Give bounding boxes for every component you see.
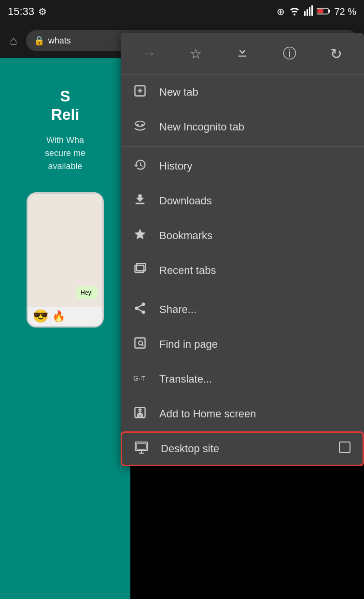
signal-icon xyxy=(304,5,313,18)
svg-rect-6 xyxy=(329,10,330,13)
new-tab-icon xyxy=(132,84,148,101)
svg-line-26 xyxy=(142,344,143,345)
svg-rect-37 xyxy=(137,443,146,449)
find-in-page-label: Find in page xyxy=(159,338,352,351)
svg-text:T: T xyxy=(141,375,145,382)
find-in-page-icon xyxy=(132,336,148,353)
gear-icon: ⚙ xyxy=(38,6,47,17)
menu-item-new-tab[interactable]: New tab xyxy=(121,75,364,110)
menu-item-recent-tabs[interactable]: Recent tabs xyxy=(121,253,364,288)
history-icon xyxy=(132,158,148,175)
svg-rect-2 xyxy=(307,9,308,16)
add-to-home-icon xyxy=(132,406,148,423)
menu-item-share[interactable]: Share... xyxy=(121,292,364,327)
translate-label: Translate... xyxy=(159,373,352,385)
status-bar: 15:33 ⚙ ⊕ xyxy=(0,0,364,23)
fire-icon: 🔥 xyxy=(52,310,65,323)
time-display: 15:33 xyxy=(8,5,34,18)
recent-tabs-label: Recent tabs xyxy=(159,264,352,277)
bookmarks-icon xyxy=(132,228,148,244)
status-icons-area: ⊕ 72 % xyxy=(277,5,356,18)
recent-tabs-icon xyxy=(132,262,148,279)
home-button[interactable]: ⌂ xyxy=(6,29,21,52)
svg-point-19 xyxy=(142,302,145,306)
phone-mockup: Hey! 😎 🔥 xyxy=(27,192,104,328)
phone-bottom-bar: 😎 🔥 xyxy=(28,307,102,326)
menu-item-add-to-home[interactable]: Add to Home screen xyxy=(121,397,364,431)
info-action-icon[interactable]: ⓘ xyxy=(279,41,300,67)
svg-point-15 xyxy=(141,124,144,126)
forward-action-icon[interactable]: → xyxy=(139,42,160,65)
lock-icon: 🔒 xyxy=(34,35,44,46)
svg-point-14 xyxy=(137,124,139,126)
svg-line-23 xyxy=(138,305,142,307)
svg-rect-7 xyxy=(318,9,323,13)
download-action-icon[interactable] xyxy=(232,42,253,66)
svg-rect-4 xyxy=(311,5,313,16)
new-tab-label: New tab xyxy=(159,86,352,99)
desktop-site-label: Desktop site xyxy=(161,442,327,455)
svg-rect-31 xyxy=(138,414,142,417)
svg-rect-38 xyxy=(339,442,350,453)
menu-item-find-in-page[interactable]: Find in page xyxy=(121,327,364,362)
emoji-icon: 😎 xyxy=(33,309,48,324)
divider-1 xyxy=(121,146,364,147)
svg-rect-24 xyxy=(135,338,145,348)
page-background: S Reli With Wha secure me available Hey!… xyxy=(0,58,130,599)
history-label: History xyxy=(159,160,352,172)
menu-item-downloads[interactable]: Downloads xyxy=(121,184,364,218)
dropdown-menu: → ☆ ⓘ ↺ New tab xyxy=(121,33,364,466)
battery-icon xyxy=(317,6,330,17)
share-icon xyxy=(132,301,148,318)
menu-item-translate[interactable]: G ↔ T Translate... xyxy=(121,362,364,397)
downloads-label: Downloads xyxy=(159,195,352,207)
menu-item-history[interactable]: History xyxy=(121,149,364,184)
page-title: S Reli xyxy=(51,87,80,124)
menu-item-bookmarks[interactable]: Bookmarks xyxy=(121,218,364,253)
downloads-icon xyxy=(132,193,148,210)
svg-point-0 xyxy=(294,14,295,15)
reload-action-icon[interactable]: ↺ xyxy=(326,42,346,66)
incognito-label: New Incognito tab xyxy=(159,121,352,133)
url-text: whats xyxy=(48,36,71,46)
share-label: Share... xyxy=(159,303,352,316)
svg-rect-1 xyxy=(304,11,306,16)
divider-2 xyxy=(121,290,364,290)
menu-action-bar: → ☆ ⓘ ↺ xyxy=(121,33,364,75)
bookmarks-label: Bookmarks xyxy=(159,229,352,242)
desktop-site-checkbox[interactable] xyxy=(338,441,351,456)
menu-item-incognito[interactable]: New Incognito tab xyxy=(121,110,364,144)
add-to-home-label: Add to Home screen xyxy=(159,408,352,420)
svg-rect-3 xyxy=(309,7,310,16)
svg-line-22 xyxy=(138,309,142,311)
sync-icon: ⊕ xyxy=(277,6,285,17)
bookmark-action-icon[interactable]: ☆ xyxy=(186,42,206,66)
translate-icon: G ↔ T xyxy=(132,371,148,388)
menu-item-desktop-site[interactable]: Desktop site xyxy=(121,431,364,466)
page-subtitle: With Wha secure me available xyxy=(35,134,95,173)
svg-point-21 xyxy=(142,310,145,314)
incognito-icon xyxy=(132,119,148,136)
desktop-site-icon xyxy=(134,441,149,457)
status-time-area: 15:33 ⚙ xyxy=(8,5,47,18)
chat-bubble: Hey! xyxy=(76,286,98,299)
battery-percentage: 72 % xyxy=(334,6,356,17)
svg-point-20 xyxy=(135,306,139,310)
wifi-icon xyxy=(289,6,300,18)
svg-point-25 xyxy=(139,341,142,344)
